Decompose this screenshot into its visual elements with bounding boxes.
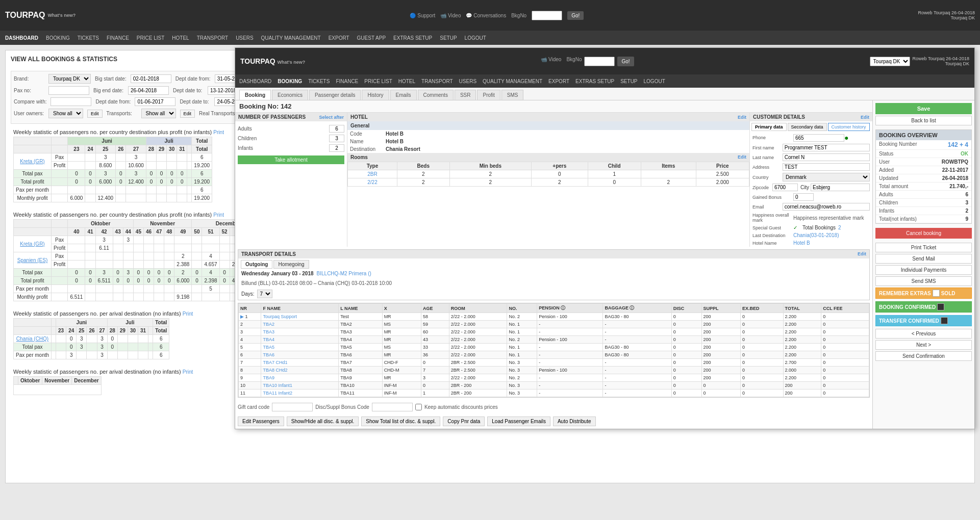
booking-confirmed-btn[interactable]: BOOKING CONFIRMED — [875, 301, 972, 313]
big-end-input[interactable] — [128, 86, 169, 95]
cust-history-btn[interactable]: Customer history — [828, 123, 870, 131]
room-type-1[interactable]: 2BR — [367, 171, 377, 177]
go-button[interactable]: Go! — [567, 11, 584, 20]
lastdest-value[interactable]: Chania(03-01-2018) — [793, 232, 839, 238]
cust-primary-tab[interactable]: Primary data — [751, 123, 787, 131]
tab-booking[interactable]: Booking — [239, 90, 271, 100]
gift-card-input[interactable] — [272, 403, 313, 411]
save-button[interactable]: Save — [875, 103, 972, 114]
pax-fname-11[interactable]: TBA11 Infant2 — [263, 391, 292, 396]
nav-transport[interactable]: TRANSPORT — [197, 35, 229, 41]
send-confirmation-btn[interactable]: Send Confirmation — [875, 351, 972, 361]
modal-nav-finance[interactable]: FINANCE — [336, 79, 358, 84]
children-input[interactable] — [329, 135, 344, 142]
take-allotment-btn[interactable]: Take allotment — [238, 155, 344, 164]
kreta-gr-link[interactable]: Kreta (GR) — [14, 236, 52, 252]
pax-fname-10[interactable]: TBA10 Infant1 — [263, 383, 292, 388]
tab-economics[interactable]: Economics — [272, 90, 308, 100]
previous-btn[interactable]: < Previous — [875, 329, 972, 339]
modal-nav-export[interactable]: EXPORT — [548, 79, 569, 84]
email-input[interactable] — [783, 203, 870, 211]
zip-input[interactable] — [772, 184, 798, 191]
cust-secondary-tab[interactable]: Secondary data — [788, 123, 827, 131]
transport-code[interactable]: BILLCHQ-M2 Primera () — [317, 271, 371, 276]
individual-payments-btn[interactable]: Individual Payments — [875, 265, 972, 275]
support-link[interactable]: 🔵 Support — [410, 13, 435, 18]
pax-no-input[interactable] — [48, 86, 89, 95]
total-bookings-value[interactable]: 2 — [838, 225, 841, 230]
show-hide-disc-btn[interactable]: Show/Hide all disc. & suppl. — [287, 417, 359, 426]
bg-whats-new[interactable]: What's new? — [48, 13, 76, 18]
firstname-input[interactable] — [783, 144, 870, 151]
pax-fname-9[interactable]: TBA9 — [263, 375, 274, 380]
nav-pricelist[interactable]: PRICE LIST — [137, 35, 164, 41]
load-pax-emails-btn[interactable]: Load Passenger Emails — [487, 417, 550, 426]
city-input[interactable] — [811, 184, 870, 191]
transfer-confirmed-btn[interactable]: TRANSFER CONFIRMED — [875, 315, 972, 326]
pax-fname-5[interactable]: TBA5 — [263, 345, 274, 350]
stat2-print[interactable]: Print — [213, 212, 224, 218]
modal-nav-tickets[interactable]: TICKETS — [308, 79, 330, 84]
tab-sms[interactable]: SMS — [501, 90, 524, 100]
nav-guestapp[interactable]: GUEST APP — [357, 35, 386, 41]
lasthot-value[interactable]: Hotel B — [793, 240, 810, 246]
chania-link[interactable]: Chania (CHQ) — [14, 335, 52, 343]
stat3-print[interactable]: Print — [183, 311, 193, 317]
modal-nav-pricelist[interactable]: PRICE LIST — [364, 79, 392, 84]
copy-pnr-btn[interactable]: Copy Pnr data — [443, 417, 485, 426]
modal-bkgno-input[interactable] — [584, 57, 615, 66]
send-mail-btn[interactable]: Send Mail — [875, 254, 972, 264]
transport-edit[interactable]: Edit — [858, 251, 866, 257]
user-owners-edit[interactable]: Edit — [87, 110, 103, 118]
modal-company-select[interactable]: Tourpaq DK — [870, 57, 910, 66]
pax-fname-3[interactable]: TBA3 — [263, 329, 274, 334]
bonus-input[interactable] — [793, 193, 814, 201]
send-sms-btn[interactable]: Send SMS — [875, 276, 972, 286]
country-select[interactable]: Denmark — [783, 173, 870, 181]
address-input[interactable] — [783, 163, 870, 171]
transport-tab-homegoing[interactable]: Homegoing — [273, 260, 309, 269]
adults-input[interactable] — [329, 125, 344, 133]
modal-nav-logout[interactable]: LOGOUT — [644, 79, 665, 84]
stat4-print[interactable]: Print — [183, 369, 193, 375]
conversations-link[interactable]: 💬 Conversations — [466, 13, 506, 18]
cancel-booking-btn[interactable]: Cancel booking — [875, 228, 972, 239]
nav-extras[interactable]: EXTRAS SETUP — [393, 35, 432, 41]
keep-discounts-check[interactable] — [415, 404, 422, 410]
tab-ssr[interactable]: SSR — [455, 90, 476, 100]
tab-profit[interactable]: Profit — [477, 90, 500, 100]
transport-tab-outgoing[interactable]: Outgoing — [241, 260, 272, 269]
brand-select[interactable]: Tourpaq DK — [48, 74, 91, 84]
nav-quality[interactable]: QUALITY MANAGEMENT — [261, 35, 321, 41]
back-to-list-btn[interactable]: Back to list — [875, 116, 972, 125]
big-start-input[interactable] — [131, 74, 171, 83]
bkgno-input[interactable] — [532, 11, 562, 20]
lastname-input[interactable] — [783, 153, 870, 161]
print-ticket-btn[interactable]: Print Ticket — [875, 243, 972, 252]
modal-video[interactable]: 📹 Video — [541, 57, 561, 66]
spanien-link[interactable]: Spanien (ES) — [14, 252, 52, 269]
modal-whats-new[interactable]: What's new? — [278, 60, 306, 65]
modal-nav-setup[interactable]: SETUP — [620, 79, 637, 84]
show-total-disc-btn[interactable]: Show Total list of disc. & suppl. — [361, 417, 440, 426]
pax-fname-7[interactable]: TBA7 CHd1 — [263, 360, 287, 365]
pax-fname-2[interactable]: TBA2 — [263, 322, 274, 327]
transports-select[interactable]: Show all — [141, 109, 176, 118]
pax-fname-6[interactable]: TBA6 — [263, 352, 274, 357]
nav-users[interactable]: USERS — [236, 35, 253, 41]
modal-nav-users[interactable]: USERS — [459, 79, 476, 84]
cust-edit[interactable]: Edit — [861, 115, 869, 120]
next-btn[interactable]: Next > — [875, 340, 972, 350]
pax-fname-8[interactable]: TBA8 CHd2 — [263, 368, 287, 373]
tab-passenger-details[interactable]: Passenger details — [309, 90, 361, 100]
nav-setup[interactable]: SETUP — [440, 35, 457, 41]
tab-emails[interactable]: Emails — [390, 90, 417, 100]
room-type-2[interactable]: 2/22 — [367, 179, 377, 185]
hotel-edit[interactable]: Edit — [738, 115, 746, 120]
nav-dashboard[interactable]: DASHBOARD — [5, 35, 38, 41]
tab-history[interactable]: History — [362, 90, 389, 100]
modal-nav-quality[interactable]: QUALITY MANAGEMENT — [483, 79, 542, 84]
disc-suppl-input[interactable] — [372, 403, 413, 411]
user-owners-select[interactable]: Show all — [48, 109, 83, 118]
nav-logout[interactable]: LOGOUT — [465, 35, 486, 41]
